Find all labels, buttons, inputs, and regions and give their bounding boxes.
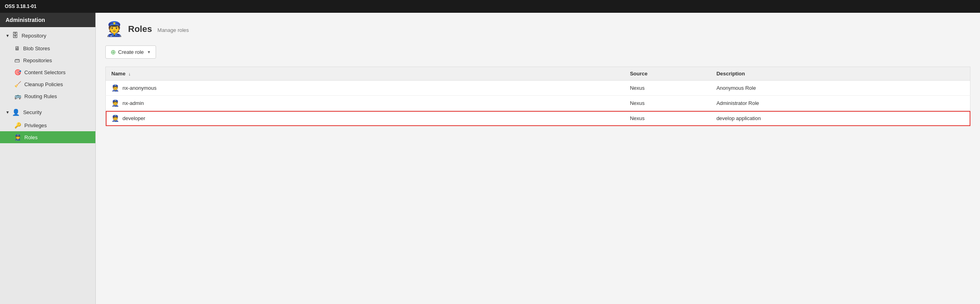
table-row[interactable]: 👮nx-anonymousNexusAnonymous Role	[106, 81, 970, 96]
column-source[interactable]: Source	[624, 67, 711, 81]
cell-name-2: 👮developer	[106, 111, 624, 126]
sidebar-item-cleanup-policies[interactable]: 🧹 Cleanup Policies	[0, 78, 95, 90]
blob-stores-icon: 🖥	[14, 45, 20, 51]
cleanup-policies-icon: 🧹	[14, 81, 21, 87]
security-group[interactable]: ▼ 👤 Security	[0, 105, 95, 119]
security-label: Security	[23, 109, 42, 115]
repository-label: Repository	[22, 33, 46, 39]
sidebar-item-privileges[interactable]: 🔑 Privileges	[0, 119, 95, 131]
table-header-row: Name ↓ Source Description	[106, 67, 970, 81]
sidebar-item-routing-rules-label: Routing Rules	[24, 93, 57, 99]
repository-section: ▼ 🗄 Repository 🖥 Blob Stores 🗃 Repositor…	[0, 27, 95, 104]
routing-rules-icon: 🚌	[14, 93, 21, 99]
page-header-text: Roles Manage roles	[128, 24, 189, 34]
row-icon-2: 👮	[111, 114, 119, 122]
sidebar-item-roles[interactable]: 👮 Roles	[0, 131, 95, 143]
column-source-label: Source	[630, 71, 648, 77]
content-selectors-icon: 🎯	[14, 69, 21, 75]
roles-icon: 👮	[14, 134, 21, 140]
cell-description-0: Anonymous Role	[711, 81, 970, 96]
create-role-plus-icon: ⊕	[111, 48, 116, 56]
sidebar-item-roles-label: Roles	[24, 134, 38, 140]
main-content: 👮 Roles Manage roles ⊕ Create role ▼ Nam…	[96, 13, 980, 304]
sidebar-item-blob-stores[interactable]: 🖥 Blob Stores	[0, 42, 95, 54]
sidebar-item-repositories[interactable]: 🗃 Repositories	[0, 54, 95, 66]
column-description-label: Description	[716, 71, 745, 77]
row-name-2: developer	[122, 115, 145, 121]
cell-name-0: 👮nx-anonymous	[106, 81, 624, 96]
row-icon-0: 👮	[111, 84, 119, 92]
cell-source-0: Nexus	[624, 81, 711, 96]
app-logo: OSS 3.18.1-01	[5, 4, 36, 9]
sidebar-item-blob-stores-label: Blob Stores	[23, 45, 50, 51]
table-row[interactable]: 👮developerNexusdevelop application	[106, 111, 970, 126]
repository-icon: 🗄	[12, 32, 18, 39]
create-role-button[interactable]: ⊕ Create role ▼	[105, 45, 156, 59]
row-name-0: nx-anonymous	[122, 85, 156, 91]
sidebar-item-privileges-label: Privileges	[24, 122, 47, 128]
page-header: 👮 Roles Manage roles	[105, 21, 970, 38]
table-row[interactable]: 👮nx-adminNexusAdministrator Role	[106, 96, 970, 111]
sidebar: Administration ▼ 🗄 Repository 🖥 Blob Sto…	[0, 13, 96, 304]
security-section: ▼ 👤 Security 🔑 Privileges 👮 Roles	[0, 104, 95, 145]
sidebar-header: Administration	[0, 13, 95, 27]
page-header-icon: 👮	[105, 21, 123, 38]
cell-description-1: Administrator Role	[711, 96, 970, 111]
cell-source-2: Nexus	[624, 111, 711, 126]
row-icon-1: 👮	[111, 99, 119, 107]
page-subtitle: Manage roles	[158, 27, 189, 33]
security-arrow: ▼	[6, 110, 10, 114]
column-description[interactable]: Description	[711, 67, 970, 81]
create-role-label: Create role	[118, 49, 144, 55]
sidebar-item-cleanup-policies-label: Cleanup Policies	[24, 81, 63, 87]
privileges-icon: 🔑	[14, 122, 21, 128]
cell-source-1: Nexus	[624, 96, 711, 111]
create-role-dropdown-icon: ▼	[147, 50, 151, 54]
security-icon: 👤	[12, 109, 20, 116]
sort-arrow-icon: ↓	[128, 71, 131, 76]
row-name-1: nx-admin	[122, 100, 144, 106]
roles-table: Name ↓ Source Description 👮nx-anonymousN…	[105, 67, 970, 126]
column-name-label: Name	[111, 71, 125, 77]
sidebar-item-repositories-label: Repositories	[23, 57, 52, 63]
repository-arrow: ▼	[6, 34, 10, 38]
repository-group[interactable]: ▼ 🗄 Repository	[0, 29, 95, 42]
column-name[interactable]: Name ↓	[106, 67, 624, 81]
cell-name-1: 👮nx-admin	[106, 96, 624, 111]
page-title: Roles	[128, 24, 152, 34]
cell-description-2: develop application	[711, 111, 970, 126]
sidebar-item-routing-rules[interactable]: 🚌 Routing Rules	[0, 90, 95, 102]
repositories-icon: 🗃	[14, 57, 20, 63]
sidebar-item-content-selectors-label: Content Selectors	[24, 69, 65, 75]
sidebar-item-content-selectors[interactable]: 🎯 Content Selectors	[0, 66, 95, 78]
